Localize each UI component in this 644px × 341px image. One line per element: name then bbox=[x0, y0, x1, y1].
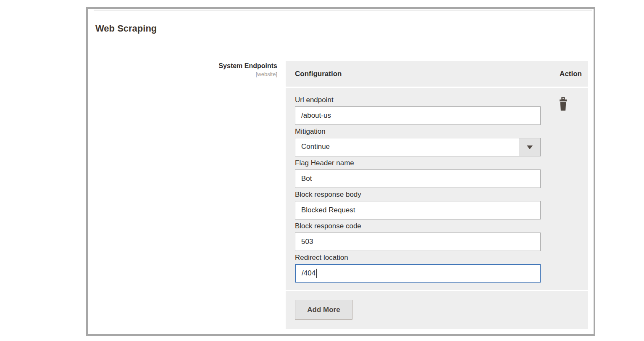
text-caret bbox=[316, 269, 317, 278]
mitigation-selected-value: Continue bbox=[295, 138, 519, 156]
table-footer: Add More bbox=[286, 291, 588, 327]
panel-top-divider bbox=[94, 10, 592, 11]
block-response-body-field: Block response body bbox=[295, 189, 541, 221]
mitigation-select[interactable]: Continue bbox=[295, 138, 541, 156]
block-response-body-input[interactable] bbox=[295, 201, 541, 219]
block-response-code-input[interactable] bbox=[295, 233, 541, 251]
url-endpoint-label: Url endpoint bbox=[295, 95, 541, 106]
redirect-location-value: /404 bbox=[302, 269, 315, 278]
flag-header-name-field: Flag Header name bbox=[295, 158, 541, 189]
redirect-location-label: Redirect location bbox=[295, 252, 541, 263]
page-title: Web Scraping bbox=[95, 22, 157, 35]
scope-hint: [website] bbox=[218, 71, 277, 78]
system-endpoints-label-block: System Endpoints [website] bbox=[218, 61, 277, 78]
dropdown-arrow-button[interactable] bbox=[519, 138, 540, 156]
trash-icon bbox=[559, 97, 568, 111]
action-column-header: Action bbox=[560, 70, 582, 78]
web-scraping-config-page: Web Scraping System Endpoints [website] … bbox=[0, 0, 644, 341]
flag-header-name-input[interactable] bbox=[295, 169, 541, 188]
mitigation-field: Mitigation Continue bbox=[295, 126, 541, 158]
system-endpoints-label: System Endpoints bbox=[218, 61, 277, 71]
delete-row-button[interactable] bbox=[558, 97, 568, 111]
table-header: Configuration Action bbox=[286, 61, 588, 88]
mitigation-label: Mitigation bbox=[295, 126, 541, 137]
endpoint-row: Url endpoint Mitigation Continue Flag He… bbox=[286, 88, 588, 291]
chevron-down-icon bbox=[527, 145, 533, 149]
block-response-code-field: Block response code bbox=[295, 221, 541, 252]
redirect-location-input[interactable]: /404 bbox=[295, 264, 541, 283]
url-endpoint-field: Url endpoint bbox=[295, 95, 541, 126]
flag-header-name-label: Flag Header name bbox=[295, 158, 541, 169]
block-response-code-label: Block response code bbox=[295, 221, 541, 232]
add-more-button[interactable]: Add More bbox=[295, 300, 352, 320]
redirect-location-field: Redirect location /404 bbox=[295, 252, 541, 284]
system-endpoints-table: Configuration Action Url endpoint Mitiga… bbox=[286, 61, 588, 329]
configuration-column-header: Configuration bbox=[295, 70, 342, 78]
url-endpoint-input[interactable] bbox=[295, 106, 541, 125]
block-response-body-label: Block response body bbox=[295, 189, 541, 200]
